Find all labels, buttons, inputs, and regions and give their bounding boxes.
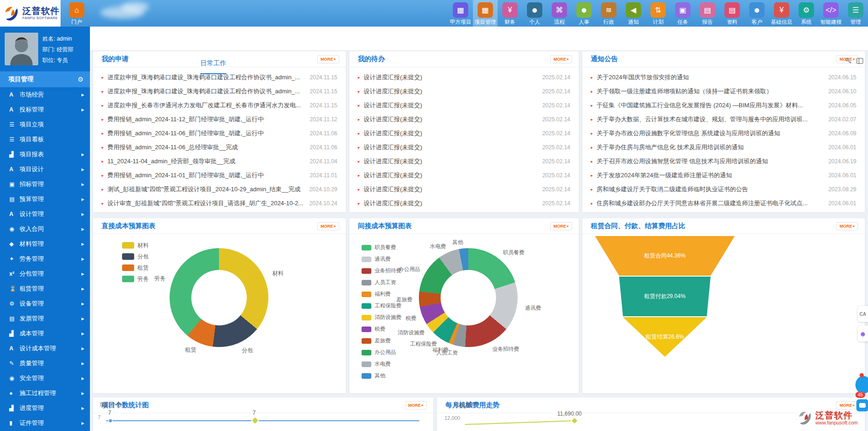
list-item[interactable]: ▸费用报销_admin_2024-11-06_部门经理审批_胡建,_运行中202… [102, 126, 337, 140]
list-item[interactable]: ▸费用报销_admin_2024-11-06_总经理审批__完成2024.11.… [102, 140, 337, 154]
list-item[interactable]: ▸设计进度汇报(未提交)2025.02.14 [358, 98, 570, 112]
nav-module-9[interactable]: ⇅计划 [646, 0, 670, 27]
nav-portal[interactable]: ⌂ 门户 [64, 0, 89, 27]
chat-bubble-icon[interactable] [856, 399, 868, 411]
legend-item-工程保险费[interactable]: 工程保险费 [362, 300, 402, 312]
floating-cad-button[interactable]: CA [858, 306, 868, 322]
tab-daily-work[interactable]: 日常工作 [200, 59, 226, 74]
list-item[interactable]: ▸测试_彭祖新城"四馆"景观工程设计项目_2024-10-29_admin_结束… [102, 182, 337, 196]
legend-item-其他[interactable]: 其他 [362, 370, 402, 382]
sidebar-item-6[interactable]: A项目设计▶ [0, 162, 90, 177]
sidebar-item-21[interactable]: ●施工过程管理▶ [0, 386, 90, 401]
nav-module-15[interactable]: ⚙系统 [794, 0, 819, 27]
list-item[interactable]: ▸设计进度汇报(未提交)2025.02.14 [358, 182, 570, 196]
sidebar-item-15[interactable]: ⚙设备管理▶ [0, 296, 90, 311]
nav-module-3[interactable]: ¥财务 [498, 0, 522, 27]
my-todos-more-button[interactable]: MORE▸ [550, 55, 572, 63]
legend-item-劳务[interactable]: 劳务 [122, 273, 149, 285]
nav-module-2[interactable]: ▦项目管理 [473, 0, 498, 27]
list-item[interactable]: ▸设计进度汇报(未提交)2025.02.14 [358, 112, 570, 126]
legend-item-分包[interactable]: 分包 [122, 251, 149, 262]
list-item[interactable]: ▸住房和城乡建设部办公厅关于同意吉林省开展二级建造师注册证书电子化试点...20… [591, 196, 856, 210]
legend-item-税费[interactable]: 税费 [362, 323, 402, 335]
list-item[interactable]: ▸关于2024年国庆节放假安排的通知2024.06.15 [591, 70, 856, 84]
legend-item-业务招待费[interactable]: 业务招待费 [362, 265, 402, 277]
nav-module-10[interactable]: ▣任务 [670, 0, 695, 27]
legend-item-通讯费[interactable]: 通讯费 [362, 253, 402, 265]
list-item[interactable]: ▸于征集《中国建筑施工行业信息化发展报告 (2024) —BIM应用与发展》材料… [591, 98, 856, 112]
sidebar-item-22[interactable]: ▟进度管理▶ [0, 401, 90, 416]
legend-item-水电费[interactable]: 水电费 [362, 358, 402, 370]
sidebar-item-5[interactable]: ▟项目报表▶ [0, 147, 90, 162]
legend-item-办公用品[interactable]: 办公用品 [362, 347, 402, 358]
legend-item-租赁[interactable]: 租赁 [122, 262, 149, 273]
nav-module-14[interactable]: ¥基础信息 [769, 0, 794, 27]
sidebar-item-12[interactable]: ✦劳务管理▶ [0, 251, 90, 266]
sidebar-item-13[interactable]: x²分包管理▶ [0, 266, 90, 281]
funnel-section-租赁结算[interactable]: 租赁结算26.6% [595, 317, 735, 357]
legend-item-差旅费[interactable]: 差旅费 [362, 335, 402, 347]
layout-toggle-icon[interactable] [856, 57, 863, 64]
list-item[interactable]: ▸费用报销_admin_2024-11-01_部门经理审批_胡建,_运行中202… [102, 168, 337, 182]
watermark-url[interactable]: www.fanpusoft.com [815, 420, 858, 425]
sidebar-item-11[interactable]: ◆材料管理▶ [0, 236, 90, 251]
list-item[interactable]: ▸设计审查_彭祖新城"四馆"景观工程设计项目_请选择_胡广生_2024-10-2… [102, 196, 337, 210]
list-item[interactable]: ▸关于领取一级注册建造师增项贴的通知（须持一建证书前来领取）2024.06.10 [591, 84, 856, 98]
sidebar-item-1[interactable]: A市场经营▶ [0, 87, 90, 102]
nav-module-6[interactable]: ☻人事 [572, 0, 596, 27]
sidebar-item-18[interactable]: A设计成本管理▶ [0, 341, 90, 356]
sidebar-item-19[interactable]: ✎质量管理▶ [0, 356, 90, 371]
funnel-section-租赁付款[interactable]: 租赁付款29.04% [595, 277, 735, 316]
sidebar-item-8[interactable]: ▤预算管理▶ [0, 192, 90, 207]
direct-cost-more-button[interactable]: MORE▸ [317, 222, 339, 230]
legend-item-材料[interactable]: 材料 [122, 240, 149, 251]
list-item[interactable]: ▸11_2024-11-04_admin_经营部_领导审批__完成2024.11… [102, 154, 337, 168]
list-item[interactable]: ▸设计进度汇报(未提交)2025.02.14 [358, 70, 570, 84]
rental-funnel-more-button[interactable]: MORE▸ [836, 222, 858, 230]
nav-module-12[interactable]: ▤资料 [720, 0, 745, 27]
list-item[interactable]: ▸房和城乡建设厅关于取消二级建造师临时执业证书的公告2023.08.29 [591, 182, 856, 196]
sidebar-item-17[interactable]: ▟成本管理▶ [0, 326, 90, 341]
nav-module-16[interactable]: </>智能建模 [819, 0, 843, 27]
nav-module-17[interactable]: ☰管理 [843, 0, 868, 27]
nav-module-8[interactable]: ◀通知 [621, 0, 646, 27]
sidebar-item-20[interactable]: ◉安全管理▶ [0, 371, 90, 386]
nav-module-7[interactable]: ≋行政 [596, 0, 621, 27]
machine-cost-more-button[interactable]: MORE▸ [836, 401, 858, 410]
legend-item-消防设施费[interactable]: 消防设施费 [362, 312, 402, 323]
list-item[interactable]: ▸费用报销_admin_2024-11-12_部门经理审批_胡建,_运行中202… [102, 112, 337, 126]
key-icon[interactable] [845, 57, 852, 64]
nav-module-13[interactable]: ☻客户 [745, 0, 769, 27]
list-item[interactable]: ▸关于发放2024年第24批一级建造师注册证书的通知2024.06.01 [591, 168, 856, 182]
list-item[interactable]: ▸关于召开市政公用设施智慧化管理 信息技术与应用培训班的通知2024.06.19 [591, 154, 856, 168]
list-item[interactable]: ▸进度款申报_长春市伊通河水力发电厂改建工程_长春市伊通河水力发电...2024… [102, 98, 337, 112]
floating-assistant-button[interactable] [855, 376, 868, 394]
legend-item-福利费[interactable]: 福利费 [362, 288, 402, 300]
project-count-more-button[interactable]: MORE▸ [405, 401, 427, 410]
legend-item-职员餐费[interactable]: 职员餐费 [362, 242, 402, 253]
list-item[interactable]: ▸设计进度汇报(未提交)2025.02.14 [358, 196, 570, 210]
list-item[interactable]: ▸进度款申报_珠海鹤港口建设_珠海鹤港口建设工程合作协议书_admin_...2… [102, 84, 337, 98]
list-item[interactable]: ▸设计进度汇报(未提交)2025.02.14 [358, 140, 570, 154]
list-item[interactable]: ▸关于举办市政公用设施数字化管理信息 系统建设与应用培训班的通知2024.06.… [591, 126, 856, 140]
funnel-section-租赁合同[interactable]: 租赁合同44.36% [595, 236, 735, 276]
sidebar-item-10[interactable]: ◉收入合同▶ [0, 222, 90, 236]
sidebar-item-16[interactable]: ▤发票管理▶ [0, 311, 90, 326]
list-item[interactable]: ▸关于举办住房与房地产信息化 技术及应用培训班的通知2024.06.01 [591, 140, 856, 154]
sidebar-item-3[interactable]: ☰项目立项 [0, 117, 90, 132]
nav-module-5[interactable]: ⌘流程 [547, 0, 572, 27]
sidebar-item-4[interactable]: ☰项目看板 [0, 132, 90, 147]
list-item[interactable]: ▸设计进度汇报(未提交)2025.02.14 [358, 154, 570, 168]
sidebar-item-9[interactable]: A设计管理▶ [0, 207, 90, 222]
sidebar-item-7[interactable]: ▣招标管理▶ [0, 177, 90, 192]
nav-module-11[interactable]: ▤报告 [695, 0, 720, 27]
sidebar-item-14[interactable]: ⌛租赁管理▶ [0, 281, 90, 296]
list-item[interactable]: ▸设计进度汇报(未提交)2025.02.14 [358, 84, 570, 98]
sidebar-item-2[interactable]: A投标管理▶ [0, 102, 90, 117]
nav-module-1[interactable]: ▦甲方项目 [448, 0, 473, 27]
indirect-cost-more-button[interactable]: MORE▸ [550, 222, 572, 230]
list-item[interactable]: ▸设计进度汇报(未提交)2025.02.14 [358, 168, 570, 182]
floating-service-icon[interactable]: ☻ [858, 326, 868, 341]
list-item[interactable]: ▸设计进度汇报(未提交)2025.02.14 [358, 126, 570, 140]
sidebar-item-23[interactable]: ▮证件管理▶ [0, 416, 90, 431]
